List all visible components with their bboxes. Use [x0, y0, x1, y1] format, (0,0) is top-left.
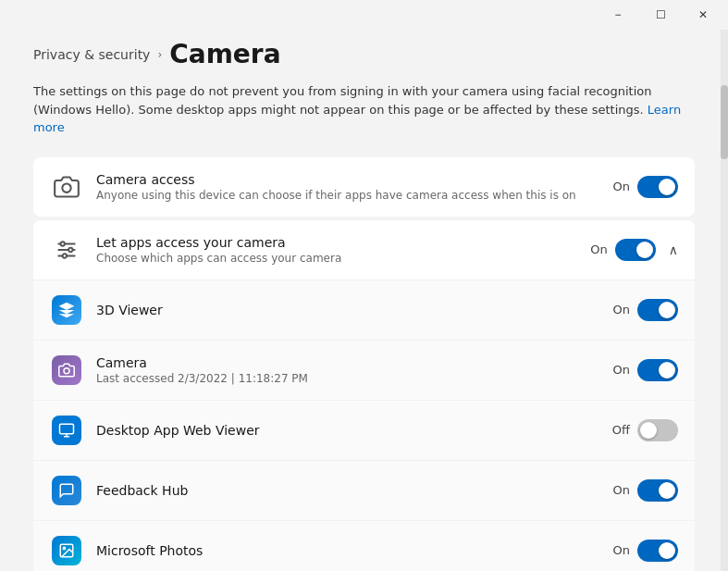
let-apps-icon — [50, 233, 83, 267]
app-toggle[interactable] — [637, 419, 678, 441]
let-apps-expand-icon[interactable]: ∧ — [669, 242, 678, 257]
breadcrumb-chevron-icon: › — [157, 48, 162, 61]
app-toggle[interactable] — [637, 540, 678, 562]
app-toggle-thumb — [659, 362, 675, 379]
minimize-button[interactable]: − — [597, 0, 639, 30]
camera-access-card: Camera access Anyone using this device c… — [33, 157, 695, 217]
camera-access-toggle[interactable] — [637, 176, 678, 198]
app-icon-desktop-web — [50, 414, 83, 447]
app-text: 3D Viewer — [96, 303, 600, 317]
svg-point-0 — [62, 183, 70, 192]
app-name: Camera — [96, 355, 600, 370]
app-row: Feedback Hub On — [33, 461, 695, 521]
app-toggle-thumb — [659, 302, 675, 318]
app-toggle-thumb — [659, 482, 675, 499]
maximize-button[interactable]: ☐ — [639, 0, 682, 30]
close-button[interactable]: ✕ — [682, 0, 724, 30]
app-subtitle: Last accessed 2/3/2022 | 11:18:27 PM — [96, 372, 600, 385]
app-control: On — [613, 299, 678, 321]
scrollbar-track — [721, 30, 728, 571]
camera-access-icon — [50, 170, 83, 204]
let-apps-toggle[interactable] — [615, 239, 656, 261]
app-name: Feedback Hub — [96, 483, 600, 498]
app-toggle[interactable] — [637, 479, 678, 502]
app-text: Desktop App Web Viewer — [96, 423, 599, 438]
title-bar: − ☐ ✕ — [0, 0, 728, 30]
app-row: Microsoft Photos On — [33, 521, 695, 572]
app-icon-camera-app — [50, 354, 83, 387]
camera-access-status: On — [613, 180, 630, 193]
app-text: Microsoft Photos — [96, 543, 600, 558]
let-apps-control: On ∧ — [590, 239, 678, 261]
svg-point-12 — [63, 547, 65, 549]
app-toggle[interactable] — [637, 359, 678, 381]
breadcrumb: Privacy & security › Camera — [33, 39, 695, 69]
app-status: On — [613, 363, 630, 377]
let-apps-text: Let apps access your camera Choose which… — [96, 235, 577, 265]
let-apps-toggle-thumb — [636, 242, 653, 258]
app-status: On — [613, 543, 630, 557]
camera-access-toggle-thumb — [659, 179, 675, 195]
camera-access-control: On — [613, 176, 678, 198]
camera-access-row: Camera access Anyone using this device c… — [33, 157, 695, 217]
app-icon-photos — [50, 534, 83, 567]
camera-access-subtitle: Anyone using this device can choose if t… — [96, 189, 600, 202]
app-status: Off — [612, 423, 630, 437]
breadcrumb-parent-link[interactable]: Privacy & security — [33, 47, 150, 62]
page-description: The settings on this page do not prevent… — [33, 82, 695, 137]
camera-access-title: Camera access — [96, 172, 600, 187]
app-toggle-thumb — [640, 422, 657, 439]
let-apps-title: Let apps access your camera — [96, 235, 577, 250]
scrollbar-thumb[interactable] — [721, 85, 728, 159]
svg-point-4 — [61, 242, 65, 245]
app-status: On — [613, 303, 630, 317]
let-apps-card: Let apps access your camera Choose which… — [33, 220, 695, 572]
app-control: On — [613, 479, 678, 502]
page-title: Camera — [169, 39, 280, 69]
app-text: Feedback Hub — [96, 483, 600, 498]
app-control: Off — [612, 419, 678, 441]
app-icon-feedback — [50, 474, 83, 507]
let-apps-subtitle: Choose which apps can access your camera — [96, 252, 577, 265]
svg-rect-8 — [60, 424, 74, 434]
app-icon-3dviewer — [50, 293, 83, 327]
app-row: Camera Last accessed 2/3/2022 | 11:18:27… — [33, 341, 695, 401]
app-text: Camera Last accessed 2/3/2022 | 11:18:27… — [96, 355, 600, 385]
app-row: Desktop App Web Viewer Off — [33, 401, 695, 461]
app-row: 3D Viewer On — [33, 280, 695, 341]
app-name: Desktop App Web Viewer — [96, 423, 599, 438]
app-toggle-thumb — [659, 542, 675, 559]
app-name: 3D Viewer — [96, 303, 600, 317]
camera-access-text: Camera access Anyone using this device c… — [96, 172, 600, 202]
let-apps-row: Let apps access your camera Choose which… — [33, 220, 695, 280]
app-status: On — [613, 483, 630, 497]
svg-point-5 — [68, 247, 72, 251]
app-control: On — [613, 540, 678, 562]
let-apps-status: On — [590, 242, 607, 256]
main-content: Privacy & security › Camera The settings… — [0, 30, 728, 571]
app-toggle[interactable] — [637, 299, 678, 321]
app-name: Microsoft Photos — [96, 543, 600, 558]
app-control: On — [613, 359, 678, 381]
svg-point-7 — [64, 367, 69, 373]
apps-list: 3D Viewer On Camera Last accessed 2/3/20… — [33, 280, 695, 572]
svg-point-6 — [63, 254, 67, 257]
